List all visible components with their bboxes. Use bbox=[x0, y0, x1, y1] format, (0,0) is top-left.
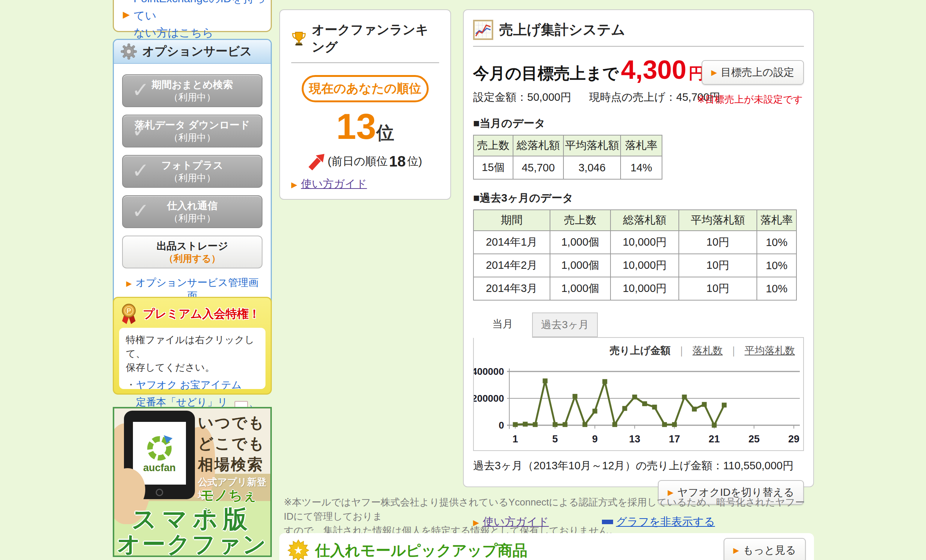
table-cell: 10円 bbox=[679, 277, 757, 300]
table-row: 2014年3月1,000個10,000円10円10% bbox=[474, 277, 796, 300]
column-header: 平均落札額 bbox=[679, 210, 757, 231]
ad-headline-line2: オークファン bbox=[114, 529, 270, 557]
table-cell: 1,000個 bbox=[550, 277, 610, 300]
option-service-button[interactable]: ✓落札データ ダウンロード（利用中） bbox=[122, 115, 262, 147]
chart-marker bbox=[513, 422, 518, 427]
column-header: 落札率 bbox=[757, 210, 796, 231]
table-cell: 10% bbox=[757, 231, 796, 254]
point-exchange-box: PointExchangeのIDを持ってい ない方はこちら bbox=[113, 0, 272, 32]
goal-setting-button[interactable]: 目標売上の設定 bbox=[702, 60, 804, 85]
chart-marker bbox=[552, 422, 557, 427]
goal-remaining-amount: 4,300 bbox=[621, 55, 686, 85]
table-header-row: 売上数総落札額平均落札額落札率 bbox=[474, 135, 662, 156]
divider bbox=[291, 62, 439, 63]
column-header: 売上数 bbox=[550, 210, 610, 231]
arrow-icon bbox=[123, 9, 133, 31]
chart-tab-inactive[interactable]: 過去3ヶ月 bbox=[532, 312, 598, 337]
chart-tab-active[interactable]: 当月 bbox=[473, 312, 532, 338]
option-service-button[interactable]: ✓フォトプラス（利用中） bbox=[122, 155, 262, 188]
table-cell: 45,700 bbox=[513, 156, 563, 179]
svg-text:★: ★ bbox=[294, 544, 303, 556]
option-service-button-status: （利用中） bbox=[169, 172, 216, 184]
column-header: 期間 bbox=[474, 210, 550, 231]
smartphone-app-ad-banner[interactable]: aucfan いつでも どこでも 相場検索 公式アプリ新登場！ モノちぇき スマ… bbox=[113, 407, 272, 557]
check-icon: ✓ bbox=[132, 118, 149, 142]
table-cell: 10,000円 bbox=[610, 254, 679, 277]
phone-home-button bbox=[156, 489, 163, 496]
table-row: 2014年1月1,000個10,000円10円10% bbox=[474, 231, 796, 254]
option-service-button-label: フォトプラス bbox=[161, 159, 223, 172]
table-cell: 2014年2月 bbox=[474, 254, 550, 277]
legend-item[interactable]: 平均落札数 bbox=[744, 344, 795, 357]
gear-icon bbox=[121, 43, 137, 60]
legend-item: 売り上げ金額 bbox=[610, 344, 670, 357]
up-arrow-icon bbox=[308, 152, 326, 170]
option-service-button-label: 出品ストレージ bbox=[156, 240, 228, 252]
chart-marker bbox=[712, 423, 717, 428]
x-axis-label: 25 bbox=[748, 433, 760, 445]
option-service-button-label: 仕入れ通信 bbox=[167, 199, 218, 212]
auth-note-text: ※本ツールではヤフー株式会社より提供されているYconnectによる認証方式を採… bbox=[284, 495, 814, 537]
past-total-sales-text: 過去3ヶ月（2013年10月～12月）の売り上げ金額：110,550,000円 bbox=[473, 459, 804, 474]
usage-guide-link[interactable]: 使い方ガイド bbox=[291, 177, 367, 192]
page: PointExchangeのIDを持ってい ない方はこちら bbox=[0, 0, 926, 560]
past-data-table: 期間売上数総落札額平均落札額落札率2014年1月1,000個10,000円10円… bbox=[473, 209, 797, 301]
rank-number: 13 bbox=[336, 106, 376, 147]
sales-system-title: 売上げ集計システム bbox=[499, 21, 625, 39]
chart-marker bbox=[583, 422, 587, 427]
option-service-button[interactable]: 出品ストレージ（利用する） bbox=[122, 236, 262, 268]
divider bbox=[473, 46, 804, 47]
legend-item[interactable]: 落札数 bbox=[693, 344, 723, 357]
ranking-title: オークファンランキング bbox=[312, 21, 439, 56]
option-service-button[interactable]: ✓仕入れ通信（利用中） bbox=[122, 195, 262, 228]
chart-marker bbox=[563, 422, 567, 427]
chart-marker bbox=[543, 378, 548, 383]
table-cell: 10,000円 bbox=[610, 231, 679, 254]
table-cell: 2014年3月 bbox=[474, 277, 550, 300]
star-badge-icon: ★ bbox=[287, 539, 309, 560]
column-header: 総落札額 bbox=[610, 210, 679, 231]
table-cell: 10円 bbox=[679, 254, 757, 277]
option-service-button-label: 期間おまとめ検索 bbox=[151, 79, 233, 91]
goal-prefix: 今月の目標売上まで bbox=[473, 63, 619, 84]
monthly-data-table: 売上数総落札額平均落札額落札率15個45,7003,04614% bbox=[473, 135, 663, 180]
check-icon: ✓ bbox=[132, 158, 149, 183]
chart-marker bbox=[602, 379, 607, 384]
point-exchange-link-line1[interactable]: PointExchangeのIDを持ってい bbox=[133, 0, 271, 24]
table-cell: 10,000円 bbox=[610, 277, 679, 300]
chart-marker bbox=[572, 394, 577, 399]
aucfan-ranking-panel: オークファンランキング 現在のあなたの順位 13 位 (前日の順位 18 位) … bbox=[279, 9, 451, 200]
x-axis-label: 9 bbox=[592, 433, 598, 445]
table-header-row: 期間売上数総落札額平均落札額落札率 bbox=[474, 210, 796, 231]
x-axis-label: 29 bbox=[788, 433, 799, 445]
ad-copy: いつでも どこでも 相場検索 bbox=[198, 412, 265, 475]
chart-line bbox=[515, 381, 724, 425]
option-service-button-label: 落札データ ダウンロード bbox=[135, 119, 250, 132]
previous-rank-suffix: 位) bbox=[407, 154, 422, 169]
chart-icon bbox=[473, 20, 493, 40]
chart-marker bbox=[622, 406, 627, 411]
table-cell: 1,000個 bbox=[550, 231, 610, 254]
x-axis-label: 5 bbox=[552, 433, 558, 445]
legend-separator: ｜ bbox=[729, 344, 738, 357]
goal-warning-text: ※目標売上が未設定です bbox=[697, 93, 803, 106]
chart-marker bbox=[612, 422, 617, 427]
y-axis-label: 400000 bbox=[474, 366, 504, 377]
sales-chart-container: 売り上げ金額｜落札数｜平均落札数 02000004000001591317212… bbox=[473, 337, 804, 451]
premium-link-treasure[interactable]: ヤフオク お宝アイテム bbox=[126, 378, 259, 392]
option-service-panel: オプションサービス ✓期間おまとめ検索（利用中）✓落札データ ダウンロード（利用… bbox=[113, 39, 272, 311]
table-cell: 1,000個 bbox=[550, 254, 610, 277]
aucfan-logo-text: aucfan bbox=[143, 462, 176, 474]
option-service-buttons: ✓期間おまとめ検索（利用中）✓落札データ ダウンロード（利用中）✓フォトプラス（… bbox=[122, 74, 262, 268]
table-row: 2014年2月1,000個10,000円10円10% bbox=[474, 254, 796, 277]
see-more-button[interactable]: もっと見る bbox=[723, 538, 806, 560]
previous-rank-number: 18 bbox=[389, 153, 406, 170]
chart-marker bbox=[662, 422, 667, 427]
premium-content: 特権ファイルは右クリックして、 保存してください。 ヤフオク お宝アイテム 定番… bbox=[119, 328, 265, 389]
option-service-button-status: （利用中） bbox=[169, 132, 216, 143]
pickup-section: ★ 仕入れモールピックアップ商品 もっと見る bbox=[279, 533, 814, 560]
chart-marker bbox=[682, 395, 687, 400]
option-service-button[interactable]: ✓期間おまとめ検索（利用中） bbox=[122, 74, 262, 107]
column-header: 落札率 bbox=[620, 135, 662, 156]
setting-amount-label: 設定金額：50,000円 bbox=[473, 90, 571, 105]
